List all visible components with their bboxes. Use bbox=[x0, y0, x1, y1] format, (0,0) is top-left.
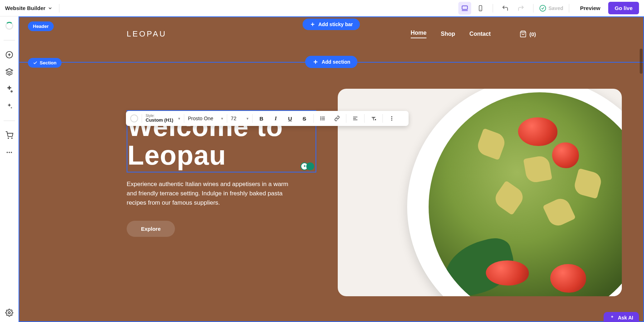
cart-button[interactable]: (0) bbox=[519, 30, 536, 38]
divider bbox=[59, 4, 59, 13]
svg-point-14 bbox=[11, 152, 12, 153]
canvas-viewport[interactable]: Header Add sticky bar LEOPAU Home Shop C… bbox=[19, 16, 644, 322]
add-element-button[interactable] bbox=[5, 50, 14, 59]
nav-shop[interactable]: Shop bbox=[441, 31, 455, 37]
bold-button[interactable]: B bbox=[256, 113, 267, 124]
list-button[interactable] bbox=[317, 113, 328, 124]
underline-button[interactable]: U bbox=[285, 113, 296, 124]
go-live-button[interactable]: Go live bbox=[608, 2, 639, 14]
chevron-down-icon bbox=[48, 6, 53, 11]
svg-point-11 bbox=[11, 138, 12, 138]
more-button[interactable] bbox=[5, 148, 14, 157]
svg-point-32 bbox=[391, 116, 392, 117]
add-sticky-bar-button[interactable]: Add sticky bar bbox=[303, 19, 360, 30]
svg-point-33 bbox=[391, 118, 392, 119]
loading-spinner-icon bbox=[5, 21, 14, 30]
nav-home[interactable]: Home bbox=[411, 30, 426, 38]
hero-cta-button[interactable]: Explore bbox=[127, 221, 175, 237]
svg-point-12 bbox=[6, 152, 8, 153]
ai-sparkle-button[interactable] bbox=[5, 102, 14, 111]
divider bbox=[227, 114, 227, 123]
svg-point-4 bbox=[540, 5, 546, 11]
svg-point-34 bbox=[391, 119, 392, 121]
divider bbox=[4, 40, 15, 40]
text-color-swatch[interactable] bbox=[130, 114, 138, 122]
chevron-down-icon: ▾ bbox=[247, 116, 249, 121]
viewport-desktop-button[interactable] bbox=[458, 2, 471, 15]
store-button[interactable] bbox=[5, 131, 14, 140]
viewport-mobile-button[interactable] bbox=[474, 2, 487, 15]
theme-button[interactable] bbox=[5, 85, 14, 93]
clear-format-icon bbox=[371, 116, 376, 121]
settings-button[interactable] bbox=[5, 308, 14, 317]
font-family-dropdown[interactable]: Prosto One ▾ bbox=[188, 116, 223, 121]
divider bbox=[569, 4, 569, 13]
topbar-right: Saved Preview Go live bbox=[458, 2, 639, 15]
sparkle-icon bbox=[609, 315, 615, 321]
site-header: LEOPAU Home Shop Contact (0) bbox=[19, 29, 643, 39]
more-vertical-icon bbox=[389, 116, 395, 121]
left-sidebar bbox=[0, 16, 19, 322]
text-style-dropdown[interactable]: Style: Custom (H1) bbox=[146, 114, 173, 123]
svg-point-25 bbox=[321, 118, 321, 118]
divider bbox=[533, 4, 533, 13]
layers-button[interactable] bbox=[5, 68, 14, 76]
svg-point-10 bbox=[8, 138, 9, 138]
svg-rect-0 bbox=[462, 6, 468, 9]
add-sticky-label: Add sticky bar bbox=[318, 21, 353, 27]
style-value: Custom (H1) bbox=[146, 118, 173, 123]
chevron-down-icon: ▾ bbox=[178, 116, 180, 121]
strikethrough-button[interactable]: S bbox=[299, 113, 310, 124]
hero-body-text[interactable]: Experience authentic Italian wines and a… bbox=[127, 180, 291, 208]
font-size-dropdown[interactable]: 72 ▾ bbox=[231, 116, 249, 121]
check-icon bbox=[33, 60, 38, 65]
link-icon bbox=[334, 116, 340, 121]
desktop-icon bbox=[461, 5, 468, 12]
plate-graphic bbox=[407, 89, 622, 296]
divider bbox=[382, 114, 383, 123]
svg-point-24 bbox=[321, 117, 321, 117]
ai-suggestion-chip[interactable]: ✦ bbox=[301, 162, 314, 170]
divider bbox=[346, 114, 346, 123]
save-status: Saved bbox=[539, 5, 563, 12]
section-badge[interactable]: Section bbox=[28, 58, 62, 68]
divider bbox=[313, 114, 314, 123]
cart-count: (0) bbox=[530, 31, 536, 37]
font-name: Prosto One bbox=[188, 116, 213, 121]
redo-button[interactable] bbox=[514, 2, 527, 15]
redo-icon bbox=[517, 5, 525, 12]
ask-ai-button[interactable]: Ask AI bbox=[604, 312, 639, 322]
app-switcher[interactable]: Website Builder bbox=[5, 5, 53, 11]
svg-point-13 bbox=[9, 152, 10, 153]
preview-button[interactable]: Preview bbox=[575, 2, 605, 14]
clear-format-button[interactable] bbox=[368, 113, 379, 124]
divider bbox=[252, 114, 253, 123]
undo-icon bbox=[502, 5, 509, 12]
saved-label: Saved bbox=[548, 5, 563, 11]
add-section-button[interactable]: Add section bbox=[305, 56, 357, 68]
align-icon bbox=[352, 116, 358, 121]
ask-ai-label: Ask AI bbox=[618, 315, 633, 321]
svg-point-9 bbox=[11, 91, 12, 92]
plus-icon bbox=[310, 21, 316, 27]
svg-marker-8 bbox=[6, 69, 12, 72]
primary-nav: Home Shop Contact bbox=[411, 30, 491, 38]
bag-icon bbox=[519, 30, 527, 38]
undo-button[interactable] bbox=[499, 2, 512, 15]
top-toolbar: Website Builder Saved Preview Go live bbox=[0, 0, 644, 16]
check-circle-icon bbox=[539, 5, 546, 12]
scrollbar-thumb[interactable] bbox=[640, 49, 643, 74]
align-button[interactable] bbox=[350, 113, 361, 124]
svg-point-26 bbox=[321, 119, 321, 120]
add-section-label: Add section bbox=[322, 59, 350, 65]
more-options-button[interactable] bbox=[386, 113, 397, 124]
app-label: Website Builder bbox=[5, 5, 45, 11]
chevron-down-icon: ▾ bbox=[221, 116, 223, 121]
link-button[interactable] bbox=[332, 113, 342, 124]
svg-point-15 bbox=[8, 312, 10, 314]
site-logo[interactable]: LEOPAU bbox=[127, 29, 167, 39]
italic-button[interactable]: I bbox=[270, 113, 281, 124]
nav-contact[interactable]: Contact bbox=[469, 31, 491, 37]
divider bbox=[184, 114, 184, 123]
divider bbox=[142, 114, 142, 123]
